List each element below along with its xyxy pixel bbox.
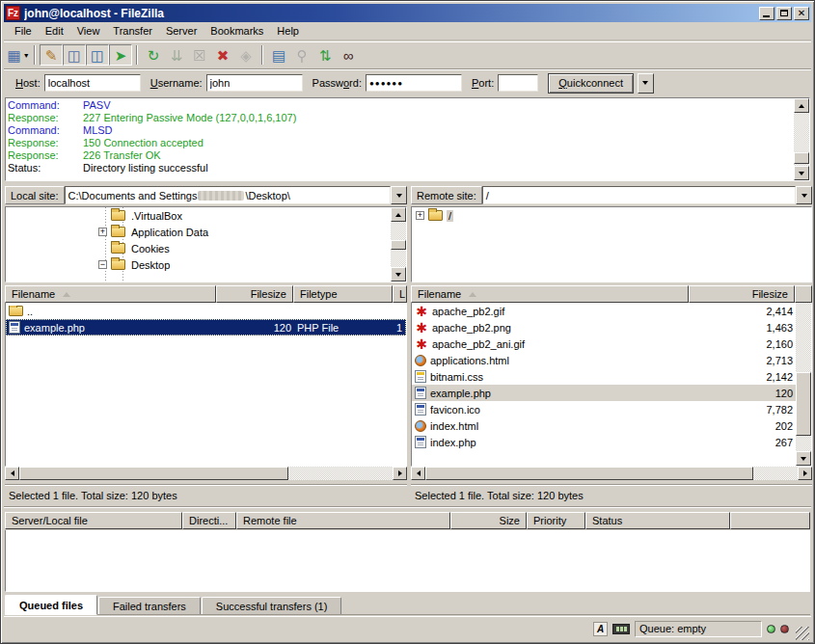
minimize-button[interactable] [759,7,774,20]
toggle-message-log-button[interactable]: ✎ [40,44,63,66]
scroll-left-button[interactable] [411,467,425,480]
tree-item-.virtualbox[interactable]: .VirtualBox [6,207,391,224]
close-button[interactable]: ✕ [794,7,809,20]
disconnect-button[interactable]: ✖ [211,44,234,66]
tab-successful-transfers-1-[interactable]: Successful transfers (1) [202,597,342,614]
toggle-local-tree-button[interactable]: ◫ [63,44,86,66]
file-row-bitnami-css[interactable]: bitnami.css2,142 [412,368,796,385]
file-row-apache-pb2-gif[interactable]: ✱apache_pb2.gif2,414 [412,303,796,319]
queue-column-serverlocalfile[interactable]: Server/Local file [5,512,182,529]
toggle-remote-tree-button[interactable]: ◫ [86,44,109,66]
column-header-l[interactable]: L [393,285,407,303]
scroll-thumb[interactable] [425,467,753,480]
column-header-filesize[interactable]: Filesize [689,285,795,303]
queue-column-remotefile[interactable]: Remote file [236,512,450,529]
remote-horizontal-scrollbar[interactable] [411,467,812,480]
process-queue-button[interactable]: ⇊ [165,44,188,66]
close-icon: ✕ [798,9,805,18]
scroll-thumb[interactable] [19,467,288,480]
scroll-up-button[interactable] [391,207,406,222]
column-header-filesize[interactable]: Filesize [216,285,293,303]
remote-list-scrollbar[interactable] [796,303,811,466]
file-row-example-php[interactable]: example.php120 [412,385,796,401]
expand-icon[interactable]: + [98,228,107,236]
expand-icon[interactable]: + [416,211,424,220]
menu-transfer[interactable]: Transfer [106,23,159,39]
column-header-filename[interactable]: Filename [411,285,689,303]
scroll-right-button[interactable] [393,467,407,480]
menu-server[interactable]: Server [159,23,204,39]
scroll-down-button[interactable] [794,166,809,180]
local-directory-tree: .VirtualBox+Application DataCookies−Desk… [5,206,407,282]
synchronized-browsing-button[interactable]: ⇅ [313,44,337,66]
scroll-thumb[interactable] [794,152,809,164]
site-manager-button[interactable]: ▦▼ [7,44,30,66]
queue-column-size[interactable]: Size [450,512,527,529]
queue-column-status[interactable]: Status [585,512,730,529]
scroll-track[interactable] [391,222,406,267]
resize-grip[interactable] [796,627,809,640]
filter-button[interactable]: ▤ [267,44,290,66]
file-row--[interactable]: .. [6,303,406,319]
queue-column-directi[interactable]: Directi... [182,512,236,529]
local-horizontal-scrollbar[interactable] [5,467,407,480]
scroll-down-button[interactable] [391,267,406,282]
tree-item-root[interactable]: +/ [412,207,811,224]
find-files-button[interactable]: ∞ [337,44,360,66]
port-input[interactable] [498,74,538,92]
scroll-track[interactable] [425,467,798,480]
scroll-track[interactable] [19,467,393,480]
file-row-favicon-ico[interactable]: favicon.ico7,782 [412,401,796,417]
menu-file[interactable]: File [8,23,39,39]
tree-item-cookies[interactable]: Cookies [6,240,391,256]
file-row-index-html[interactable]: index.html202 [412,417,796,434]
toggle-queue-button[interactable]: ➤ [109,44,132,66]
tab-queued-files[interactable]: Queued files [5,595,97,615]
file-row-example-php[interactable]: example.php120PHP File1 [6,319,406,335]
scroll-left-button[interactable] [5,467,19,480]
file-row-apache-pb2-png[interactable]: ✱apache_pb2.png1,463 [412,319,796,335]
host-input[interactable] [44,74,141,92]
scroll-thumb[interactable] [796,372,811,436]
remote-site-dropdown-button[interactable] [796,186,812,204]
refresh-button[interactable]: ↻ [142,44,165,66]
menu-bookmarks[interactable]: Bookmarks [204,23,270,39]
local-site-combo[interactable]: C:\Documents and Settings\Desktop\ [65,186,391,204]
queue-column-priority[interactable]: Priority [527,512,585,529]
column-header-filename[interactable]: Filename [5,285,216,303]
file-row-index-php[interactable]: index.php267 [412,434,796,450]
scroll-up-button[interactable] [794,98,809,113]
username-input[interactable] [206,74,303,92]
scroll-track[interactable] [794,113,809,166]
reconnect-button[interactable]: ◈ [234,44,258,66]
column-header-filetype[interactable]: Filetype [293,285,393,303]
tab-failed-transfers[interactable]: Failed transfers [98,597,201,614]
file-row-applications-html[interactable]: applications.html2,713 [412,352,796,368]
local-tree-scrollbar[interactable] [391,207,406,282]
scroll-down-button[interactable] [796,451,811,466]
directory-comparison-button[interactable]: ⚲ [290,44,313,66]
scroll-right-button[interactable] [798,467,812,480]
menu-view[interactable]: View [70,23,107,39]
tree-item-desktop[interactable]: −Desktop [6,256,391,273]
quickconnect-dropdown-button[interactable] [638,73,654,94]
queue-size-indicator: Queue: empty [635,621,762,637]
file-row-apache-pb2-ani-gif[interactable]: ✱apache_pb2_ani.gif2,160 [412,335,796,352]
scroll-track[interactable] [796,303,811,451]
data-type-indicator-icon[interactable]: A [593,622,608,636]
title-bar[interactable]: Fz john@localhost - FileZilla ✕ [4,4,811,22]
remote-site-combo[interactable]: / [482,186,796,204]
tree-item-application-data[interactable]: +Application Data [6,224,391,240]
menu-help[interactable]: Help [270,23,306,39]
queue-splitter[interactable] [4,506,811,509]
collapse-icon[interactable]: − [98,260,107,269]
quickconnect-button[interactable]: Quickconnect [548,73,634,94]
password-input[interactable] [366,74,462,92]
local-site-dropdown-button[interactable] [391,186,407,204]
speed-limit-icon[interactable] [612,624,630,634]
scroll-thumb[interactable] [391,240,406,250]
message-log-scrollbar[interactable] [794,98,809,180]
maximize-button[interactable] [776,7,792,20]
cancel-operation-button[interactable]: ☒ [188,44,211,66]
menu-edit[interactable]: Edit [39,23,70,39]
